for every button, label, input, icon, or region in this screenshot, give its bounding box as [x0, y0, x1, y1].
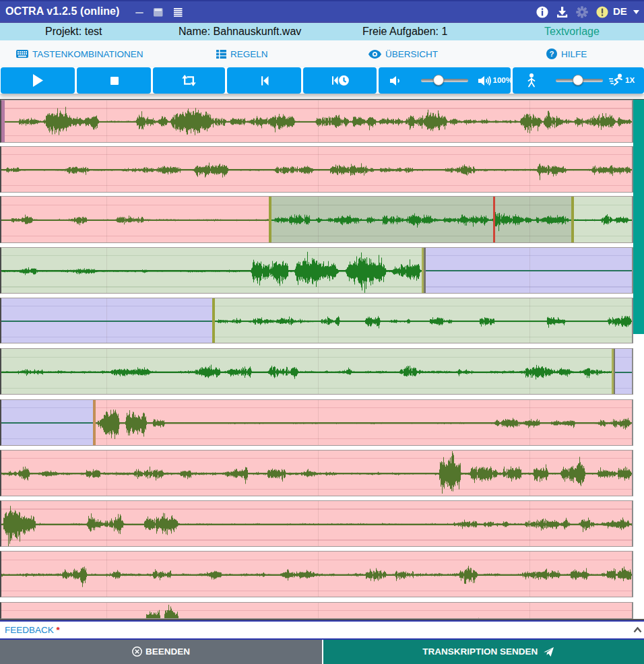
svg-text:?: ? — [549, 50, 554, 58]
